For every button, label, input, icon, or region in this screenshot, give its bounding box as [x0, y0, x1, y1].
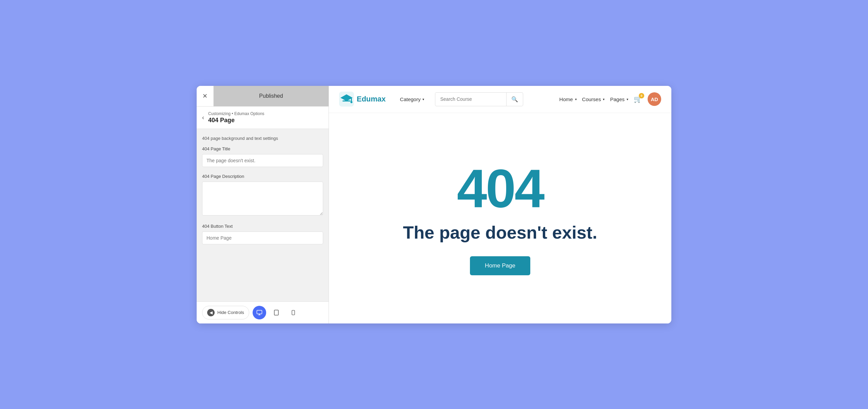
- svg-rect-9: [342, 100, 351, 101]
- breadcrumb-title: 404 Page: [208, 117, 264, 124]
- hide-controls-label: Hide Controls: [217, 310, 244, 315]
- button-text-label: 404 Button Text: [202, 224, 323, 229]
- close-button[interactable]: ✕: [197, 86, 214, 106]
- home-page-button[interactable]: Home Page: [470, 256, 530, 275]
- logo-link[interactable]: Edumax: [339, 92, 386, 107]
- published-button[interactable]: Published: [214, 86, 329, 106]
- navbar: Edumax Category ▾ 🔍 Home ▾ Courses ▾: [329, 86, 671, 113]
- button-text-field-group: 404 Button Text: [202, 224, 323, 244]
- pages-nav-button[interactable]: Pages ▾: [610, 96, 628, 102]
- sidebar-breadcrumb: ‹ Customizing • Edumax Options 404 Page: [197, 107, 329, 129]
- sidebar: ✕ Published ‹ Customizing • Edumax Optio…: [197, 86, 329, 323]
- home-nav-button[interactable]: Home ▾: [559, 96, 577, 102]
- description-textarea[interactable]: [202, 182, 323, 216]
- search-input[interactable]: [435, 93, 506, 105]
- home-caret-icon: ▾: [575, 97, 577, 101]
- category-label: Category: [400, 96, 421, 102]
- back-arrow-icon[interactable]: ‹: [202, 114, 204, 121]
- title-field-group: 404 Page Title: [202, 146, 323, 167]
- courses-nav-label: Courses: [582, 96, 601, 102]
- tablet-view-button[interactable]: [270, 306, 283, 319]
- description-field-label: 404 Page Description: [202, 174, 323, 179]
- search-icon: 🔍: [511, 96, 518, 102]
- breadcrumb-content: Customizing • Edumax Options 404 Page: [208, 111, 264, 124]
- desktop-view-button[interactable]: [253, 306, 266, 319]
- category-button[interactable]: Category ▾: [396, 94, 429, 105]
- button-text-input[interactable]: [202, 231, 323, 244]
- cart-button[interactable]: 🛒 0: [634, 95, 642, 103]
- title-field-label: 404 Page Title: [202, 146, 323, 151]
- svg-rect-3: [274, 310, 278, 315]
- svg-point-11: [351, 101, 353, 103]
- logo-text: Edumax: [357, 95, 386, 104]
- mobile-view-button[interactable]: [287, 306, 300, 319]
- courses-nav-button[interactable]: Courses ▾: [582, 96, 605, 102]
- sidebar-footer: ◀ Hide Controls: [197, 301, 329, 323]
- cart-badge: 0: [639, 93, 644, 98]
- svg-rect-0: [257, 310, 262, 314]
- nav-right: Home ▾ Courses ▾ Pages ▾ 🛒 0 AD: [559, 92, 661, 106]
- courses-caret-icon: ▾: [603, 97, 605, 101]
- title-input[interactable]: [202, 154, 323, 167]
- search-button[interactable]: 🔍: [506, 93, 523, 106]
- hide-controls-icon: ◀: [207, 309, 215, 316]
- svg-rect-5: [292, 310, 295, 315]
- hide-controls-button[interactable]: ◀ Hide Controls: [202, 306, 249, 319]
- breadcrumb-path: Customizing • Edumax Options: [208, 111, 264, 116]
- avatar[interactable]: AD: [648, 92, 661, 106]
- error-message: The page doesn't exist.: [403, 222, 597, 243]
- logo-icon: [339, 92, 354, 107]
- sidebar-body: 404 page background and text settings 40…: [197, 129, 329, 301]
- pages-nav-label: Pages: [610, 96, 625, 102]
- search-bar: 🔍: [435, 92, 523, 106]
- error-number: 404: [457, 161, 544, 216]
- page-404-content: 404 The page doesn't exist. Home Page: [329, 113, 671, 323]
- category-caret-icon: ▾: [422, 97, 424, 101]
- main-content: Edumax Category ▾ 🔍 Home ▾ Courses ▾: [329, 86, 671, 323]
- sidebar-header: ✕ Published: [197, 86, 329, 107]
- pages-caret-icon: ▾: [627, 97, 628, 101]
- home-nav-label: Home: [559, 96, 573, 102]
- section-title: 404 page background and text settings: [202, 136, 323, 141]
- description-field-group: 404 Page Description: [202, 174, 323, 217]
